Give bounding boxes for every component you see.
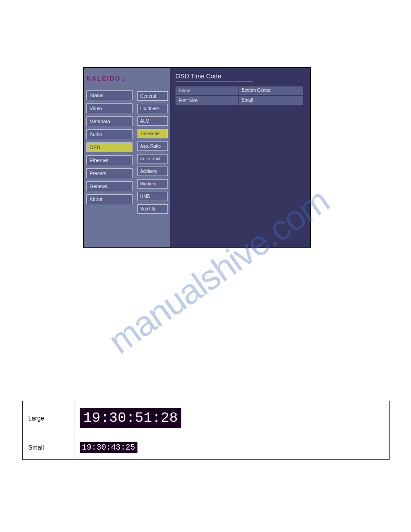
osd-panel: KALEIDO Solo Status Video Metadata Audio… (83, 67, 311, 248)
submenu-item-advisory[interactable]: Advisory (137, 167, 168, 176)
submenu-item-general[interactable]: General (137, 91, 168, 101)
main-sidebar: KALEIDO Solo Status Video Metadata Audio… (84, 68, 135, 247)
logo-area: KALEIDO Solo (86, 72, 133, 85)
logo-main: KALEIDO (86, 75, 121, 82)
logo-sub: Solo (122, 75, 125, 82)
timecode-display-large: 19:30:51:28 (80, 408, 181, 428)
sidebar-item-presets[interactable]: Presets (86, 168, 133, 178)
sidebar-item-ethernet[interactable]: Ethernet (86, 155, 133, 165)
setting-row-fontsize[interactable]: Font Size Small (176, 96, 305, 105)
submenu-item-umd[interactable]: UMD (137, 192, 168, 201)
setting-value-fontsize: Small (239, 96, 304, 105)
example-cell-large: 19:30:51:28 (74, 401, 390, 435)
submenu-item-informat[interactable]: In. Format (137, 154, 168, 163)
example-label-large: Large (23, 401, 74, 435)
sidebar-item-osd[interactable]: OSD (86, 142, 133, 152)
sidebar-item-general[interactable]: General (86, 181, 133, 191)
example-label-small: Small (23, 435, 74, 460)
sidebar-item-metadata[interactable]: Metadata (86, 116, 133, 126)
sidebar-item-audio[interactable]: Audio (86, 129, 133, 139)
timecode-display-small: 19:30:43:25 (80, 442, 137, 453)
submenu-item-alm[interactable]: ALM (137, 116, 168, 126)
sidebar-item-about[interactable]: About (86, 194, 133, 204)
setting-label-fontsize: Font Size (176, 96, 238, 105)
submenu-item-subtitle[interactable]: SubTitle (137, 204, 168, 214)
submenu-item-timecode[interactable]: Timecode (137, 129, 168, 138)
submenu-sidebar: General Loudness ALM Timecode Asp. Ratio… (135, 68, 170, 247)
example-cell-small: 19:30:43:25 (74, 435, 390, 460)
example-table: Large 19:30:51:28 Small 19:30:43:25 (22, 401, 390, 460)
content-title: OSD Time Code (176, 73, 253, 82)
submenu-item-markers[interactable]: Markers (137, 179, 168, 189)
sidebar-item-status[interactable]: Status (86, 90, 133, 100)
submenu-item-aspratio[interactable]: Asp. Ratio (137, 142, 168, 151)
sidebar-item-video[interactable]: Video (86, 103, 133, 113)
setting-row-show[interactable]: Show Bottom Center (176, 86, 305, 95)
content-area: OSD Time Code Show Bottom Center Font Si… (170, 68, 310, 247)
example-row-small: Small 19:30:43:25 (23, 435, 390, 460)
example-row-large: Large 19:30:51:28 (23, 401, 390, 435)
setting-value-show: Bottom Center (239, 86, 304, 95)
submenu-item-loudness[interactable]: Loudness (137, 104, 168, 113)
setting-label-show: Show (176, 86, 238, 95)
